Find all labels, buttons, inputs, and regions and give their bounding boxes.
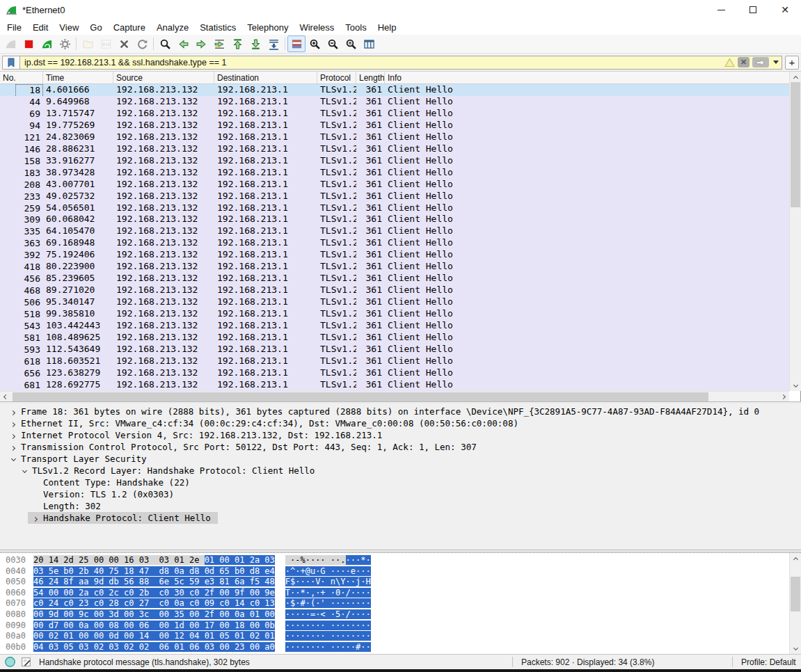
expand-chevron-icon[interactable]	[10, 410, 15, 415]
toolbar-zoom-reset-button[interactable]	[342, 35, 360, 52]
toolbar-go-last-packet-button[interactable]	[246, 35, 264, 52]
detail-line[interactable]: Length: 302	[0, 500, 801, 512]
hex-row[interactable]: 00b004 03 05 03 02 03 02 02 06 01 06 03 …	[6, 642, 801, 653]
packet-row[interactable]: 9419.775269192.168.213.132192.168.213.1T…	[0, 120, 789, 131]
packet-row[interactable]: 581108.489625192.168.213.132192.168.213.…	[0, 332, 789, 344]
hex-ascii[interactable]: ········ ·····#··	[285, 642, 371, 653]
hex-row[interactable]: 0070c0 24 c0 23 c0 28 c0 27 c0 0a c0 09 …	[6, 598, 801, 609]
packet-row[interactable]: 18338.973428192.168.213.132192.168.213.1…	[0, 167, 789, 179]
toolbar-resize-columns-button[interactable]	[360, 35, 378, 52]
column-header-length[interactable]: Length	[356, 72, 385, 83]
packet-row[interactable]: 51899.385810192.168.213.132192.168.213.1…	[0, 308, 789, 320]
packet-row[interactable]: 6913.715747192.168.213.132192.168.213.1T…	[0, 108, 789, 120]
packet-row[interactable]: 184.601666192.168.213.132192.168.213.1TL…	[0, 84, 789, 96]
hex-ascii[interactable]: F$····V· n\Y··j·H	[285, 577, 371, 588]
hex-ascii[interactable]: ·····=·< ·5·/····	[285, 609, 371, 621]
packet-row[interactable]: 25954.056501192.168.213.132192.168.213.1…	[0, 202, 789, 214]
toolbar-go-to-packet-button[interactable]	[210, 35, 228, 52]
packet-row[interactable]: 50695.340147192.168.213.132192.168.213.1…	[0, 296, 789, 308]
packet-row[interactable]: 681128.692775192.168.213.132192.168.213.…	[0, 379, 789, 391]
menu-analyze[interactable]: Analyze	[151, 21, 194, 34]
packet-row[interactable]: 618118.603521192.168.213.132192.168.213.…	[0, 355, 789, 367]
hex-ascii[interactable]: ·-%···· ··.···*·	[285, 555, 371, 566]
hex-bytes[interactable]: 04 03 05 03 02 03 02 02 06 01 06 03 00 2…	[33, 642, 275, 653]
toolbar-go-forward-button[interactable]	[192, 35, 210, 52]
packet-row[interactable]: 543103.442443192.168.213.132192.168.213.…	[0, 320, 789, 332]
bytes-vscroll-thumb[interactable]	[791, 577, 800, 611]
hex-row[interactable]: 009000 d7 00 0a 00 08 00 06 00 1d 00 17 …	[6, 621, 801, 632]
hex-bytes[interactable]: 46 24 8f aa 9d db 56 88 6e 5c 59 e3 81 6…	[33, 577, 275, 588]
detail-line[interactable]: Handshake Protocol: Client Hello	[0, 512, 801, 524]
close-button[interactable]: ✕	[769, 0, 801, 19]
detail-line[interactable]: Internet Protocol Version 4, Src: 192.16…	[0, 429, 801, 441]
toolbar-capture-options-button[interactable]	[56, 35, 74, 52]
maximize-button[interactable]	[737, 0, 769, 19]
expand-chevron-icon[interactable]	[10, 422, 15, 427]
hex-row[interactable]: 004003 5e b0 2b 40 75 18 47 d8 0a d8 0d …	[6, 566, 801, 577]
toolbar-go-back-button[interactable]	[174, 35, 192, 52]
hex-row[interactable]: 008000 9d 00 9c 00 3d 00 3c 00 35 00 2f …	[6, 609, 801, 621]
packet-row[interactable]: 41880.223900192.168.213.132192.168.213.1…	[0, 261, 789, 273]
collapse-chevron-icon[interactable]	[10, 456, 15, 461]
packet-row[interactable]: 36369.168948192.168.213.132192.168.213.1…	[0, 237, 789, 249]
bytes-vscrollbar[interactable]	[789, 553, 801, 654]
menu-tools[interactable]: Tools	[340, 21, 372, 34]
hex-ascii[interactable]: ·$·#·(·' ········	[285, 598, 371, 609]
hex-ascii[interactable]: ········ ········	[285, 631, 371, 642]
toolbar-restart-capture-button[interactable]	[38, 35, 56, 52]
toolbar-zoom-in-button[interactable]	[306, 35, 324, 52]
column-header-time[interactable]: Time	[43, 72, 113, 83]
packet-row[interactable]: 39275.192406192.168.213.132192.168.213.1…	[0, 249, 789, 261]
bytes-scroll-down-icon[interactable]	[790, 643, 801, 654]
column-header-no[interactable]: No.	[0, 72, 43, 83]
toolbar-go-first-packet-button[interactable]	[228, 35, 246, 52]
column-header-info[interactable]: Info	[385, 72, 801, 83]
scroll-right-icon[interactable]	[779, 392, 789, 402]
hex-bytes[interactable]: 03 5e b0 2b 40 75 18 47 d8 0a d8 0d 65 b…	[33, 566, 275, 577]
hex-ascii[interactable]: ········ ········	[285, 621, 371, 632]
add-filter-button[interactable]: +	[785, 56, 799, 70]
capture-comment-icon[interactable]	[20, 656, 32, 668]
column-header-destination[interactable]: Destination	[214, 72, 317, 83]
expert-info-icon[interactable]	[4, 656, 16, 668]
filter-dropdown-caret-icon[interactable]	[773, 61, 779, 64]
detail-line[interactable]: Version: TLS 1.2 (0x0303)	[0, 488, 801, 500]
detail-line[interactable]: Ethernet II, Src: VMware_c4:cf:34 (00:0c…	[0, 417, 801, 429]
hex-row[interactable]: 00a000 02 01 00 00 0d 00 14 00 12 04 01 …	[6, 631, 801, 642]
detail-line[interactable]: Frame 18: 361 bytes on wire (2888 bits),…	[0, 406, 801, 417]
toolbar-close-file-button[interactable]	[115, 35, 133, 52]
toolbar-auto-scroll-button[interactable]	[264, 35, 283, 52]
minimize-button[interactable]	[705, 0, 737, 19]
packet-row[interactable]: 46889.271020192.168.213.132192.168.213.1…	[0, 285, 789, 296]
expand-chevron-icon[interactable]	[32, 517, 37, 522]
toolbar-zoom-out-button[interactable]	[324, 35, 342, 52]
menu-file[interactable]: File	[1, 21, 27, 34]
packet-row[interactable]: 20843.007701192.168.213.132192.168.213.1…	[0, 179, 789, 191]
detail-line[interactable]: Content Type: Handshake (22)	[0, 477, 801, 488]
detail-line[interactable]: Transport Layer Security	[0, 453, 801, 465]
packet-row[interactable]: 593112.543649192.168.213.132192.168.213.…	[0, 344, 789, 355]
status-profile[interactable]: Profile: Default	[733, 657, 797, 667]
hex-bytes[interactable]: 00 d7 00 0a 00 08 00 06 00 1d 00 17 00 1…	[33, 621, 275, 632]
expand-chevron-icon[interactable]	[10, 446, 15, 451]
packet-row[interactable]: 656123.638279192.168.213.132192.168.213.…	[0, 367, 789, 379]
hex-bytes[interactable]: c0 24 c0 23 c0 28 c0 27 c0 0a c0 09 c0 1…	[33, 598, 275, 609]
clear-filter-button[interactable]: ✕	[738, 57, 750, 67]
detail-line[interactable]: TLSv1.2 Record Layer: Handshake Protocol…	[0, 465, 801, 477]
packet-row[interactable]: 449.649968192.168.213.132192.168.213.1TL…	[0, 96, 789, 108]
toolbar-reload-file-button[interactable]	[133, 35, 151, 52]
hex-bytes[interactable]: 00 02 01 00 00 0d 00 14 00 12 04 01 05 0…	[33, 631, 275, 642]
scroll-down-icon[interactable]	[790, 381, 801, 391]
hscroll-thumb[interactable]	[13, 392, 708, 401]
packet-row[interactable]: 23349.025732192.168.213.132192.168.213.1…	[0, 191, 789, 202]
collapse-chevron-icon[interactable]	[22, 468, 26, 473]
column-header-source[interactable]: Source	[113, 72, 214, 83]
filter-bookmark-button[interactable]	[2, 56, 19, 70]
packet-row[interactable]: 30960.068042192.168.213.132192.168.213.1…	[0, 214, 789, 225]
menu-view[interactable]: View	[54, 21, 84, 34]
menu-statistics[interactable]: Statistics	[194, 21, 241, 34]
hex-row[interactable]: 003020 14 2d 25 00 00 16 03 03 01 2e 01 …	[6, 555, 801, 566]
detail-line[interactable]: Transmission Control Protocol, Src Port:…	[0, 441, 801, 453]
scroll-left-icon[interactable]	[0, 392, 10, 402]
menu-go[interactable]: Go	[84, 21, 107, 34]
